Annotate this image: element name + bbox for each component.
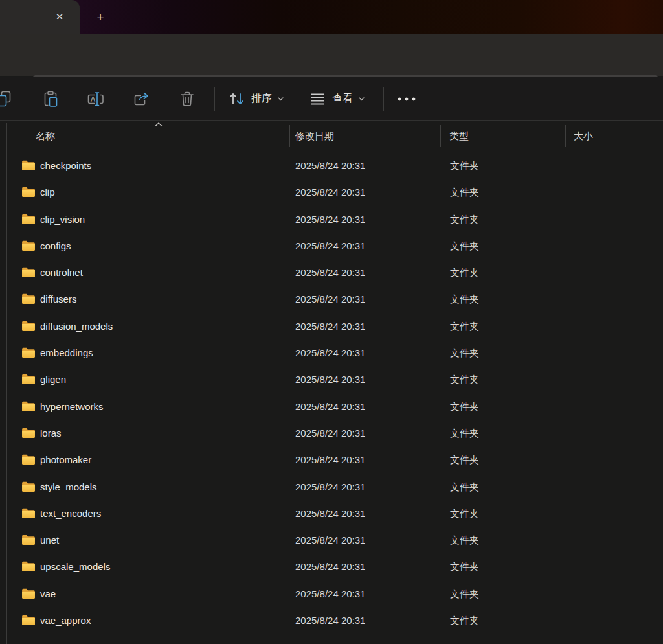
svg-text:A: A xyxy=(91,95,95,103)
file-row[interactable]: embeddings 2025/8/24 20:31 文件夹 xyxy=(0,339,663,366)
file-row[interactable]: style_models 2025/8/24 20:31 文件夹 xyxy=(0,474,663,500)
sort-icon xyxy=(228,90,245,108)
file-name: configs xyxy=(40,233,71,259)
ellipsis-icon xyxy=(396,96,418,102)
file-row[interactable]: photomaker 2025/8/24 20:31 文件夹 xyxy=(0,446,663,473)
copy-button[interactable] xyxy=(0,77,13,121)
sort-ascending-icon xyxy=(154,122,163,127)
file-date: 2025/8/24 20:31 xyxy=(295,366,365,393)
file-name: embeddings xyxy=(40,339,93,366)
file-type: 文件夹 xyxy=(450,474,479,500)
toolbar-separator xyxy=(383,87,384,111)
column-resize-handle[interactable] xyxy=(565,125,566,147)
new-tab-button[interactable]: + xyxy=(92,9,109,26)
file-row[interactable]: diffusion_models 2025/8/24 20:31 文件夹 xyxy=(0,313,663,339)
folder-icon xyxy=(21,534,36,546)
file-type: 文件夹 xyxy=(450,286,479,312)
paste-button[interactable] xyxy=(41,77,60,121)
explorer-tab[interactable]: ✕ xyxy=(0,0,80,34)
file-type: 文件夹 xyxy=(450,339,479,366)
file-type: 文件夹 xyxy=(450,446,479,473)
file-row[interactable]: vae 2025/8/24 20:31 文件夹 xyxy=(0,581,663,607)
folder-icon xyxy=(21,588,36,599)
file-row[interactable]: hypernetworks 2025/8/24 20:31 文件夹 xyxy=(0,393,663,420)
column-resize-handle[interactable] xyxy=(289,125,290,147)
column-header-row: 名称 修改日期 类型 大小 xyxy=(0,122,663,149)
column-header-type[interactable]: 类型 xyxy=(449,122,469,150)
share-button[interactable] xyxy=(132,77,151,121)
file-name: diffusion_models xyxy=(40,313,113,339)
folder-icon xyxy=(21,213,36,225)
folder-icon xyxy=(21,347,36,358)
view-icon xyxy=(309,90,326,108)
file-name: gligen xyxy=(40,366,66,393)
file-name: loras xyxy=(40,420,62,446)
file-date: 2025/8/24 20:31 xyxy=(295,420,365,446)
folder-icon xyxy=(21,240,36,251)
file-type: 文件夹 xyxy=(450,313,479,339)
folder-icon xyxy=(21,373,36,385)
file-row[interactable]: gligen 2025/8/24 20:31 文件夹 xyxy=(0,366,663,393)
view-button[interactable]: 查看 xyxy=(309,77,365,121)
file-name: upscale_models xyxy=(40,553,110,580)
file-name: photomaker xyxy=(40,446,91,473)
folder-icon xyxy=(21,293,36,305)
folder-icon xyxy=(21,400,36,412)
file-date: 2025/8/24 20:31 xyxy=(295,259,365,286)
file-row[interactable]: upscale_models 2025/8/24 20:31 文件夹 xyxy=(0,553,663,580)
file-row[interactable]: clip 2025/8/24 20:31 文件夹 xyxy=(0,179,663,205)
file-row[interactable]: unet 2025/8/24 20:31 文件夹 xyxy=(0,527,663,553)
file-date: 2025/8/24 20:31 xyxy=(295,527,365,553)
column-resize-handle[interactable] xyxy=(440,125,441,147)
column-resize-handle[interactable] xyxy=(651,125,651,147)
file-type: 文件夹 xyxy=(450,366,479,393)
folder-icon xyxy=(21,614,36,626)
sort-button[interactable]: 排序 xyxy=(228,77,284,121)
file-date: 2025/8/24 20:31 xyxy=(295,286,365,312)
file-row[interactable]: configs 2025/8/24 20:31 文件夹 xyxy=(0,233,663,259)
chevron-down-icon xyxy=(277,95,284,102)
column-header-size[interactable]: 大小 xyxy=(574,122,593,150)
file-name: diffusers xyxy=(40,286,76,312)
share-icon xyxy=(132,90,151,108)
file-row[interactable]: loras 2025/8/24 20:31 文件夹 xyxy=(0,420,663,446)
file-name: controlnet xyxy=(40,259,83,286)
file-type: 文件夹 xyxy=(450,500,479,527)
delete-button[interactable] xyxy=(179,77,196,121)
file-name: clip xyxy=(40,179,55,205)
rename-button[interactable]: A xyxy=(87,77,106,121)
file-type: 文件夹 xyxy=(450,259,479,286)
file-date: 2025/8/24 20:31 xyxy=(295,339,365,366)
folder-icon xyxy=(21,481,36,492)
file-type: 文件夹 xyxy=(450,420,479,446)
file-row[interactable]: checkpoints 2025/8/24 20:31 文件夹 xyxy=(0,152,663,179)
file-date: 2025/8/24 20:31 xyxy=(295,179,365,205)
file-date: 2025/8/24 20:31 xyxy=(295,446,365,473)
file-row[interactable]: text_encoders 2025/8/24 20:31 文件夹 xyxy=(0,500,663,527)
file-name: vae xyxy=(40,581,56,607)
file-name: hypernetworks xyxy=(40,393,104,420)
file-date: 2025/8/24 20:31 xyxy=(295,393,365,420)
more-options-button[interactable] xyxy=(396,77,418,121)
file-name: clip_vision xyxy=(40,206,85,233)
file-row[interactable]: vae_approx 2025/8/24 20:31 文件夹 xyxy=(0,607,663,634)
file-type: 文件夹 xyxy=(450,233,479,259)
folder-icon xyxy=(21,507,36,519)
tab-bar: ✕ + xyxy=(0,0,663,34)
column-header-name[interactable]: 名称 xyxy=(36,122,55,150)
folder-icon xyxy=(21,454,36,465)
view-label: 查看 xyxy=(332,92,353,106)
tab-close-button[interactable]: ✕ xyxy=(51,8,68,25)
sort-label: 排序 xyxy=(251,92,272,106)
column-header-date[interactable]: 修改日期 xyxy=(295,122,334,150)
delete-icon xyxy=(179,90,196,108)
file-name: vae_approx xyxy=(40,607,91,634)
file-row[interactable]: controlnet 2025/8/24 20:31 文件夹 xyxy=(0,259,663,286)
file-row[interactable]: diffusers 2025/8/24 20:31 文件夹 xyxy=(0,286,663,312)
file-type: 文件夹 xyxy=(450,527,479,553)
file-type: 文件夹 xyxy=(450,179,479,205)
file-date: 2025/8/24 20:31 xyxy=(295,553,365,580)
file-row[interactable]: clip_vision 2025/8/24 20:31 文件夹 xyxy=(0,206,663,233)
file-date: 2025/8/24 20:31 xyxy=(295,233,365,259)
file-type: 文件夹 xyxy=(450,393,479,420)
